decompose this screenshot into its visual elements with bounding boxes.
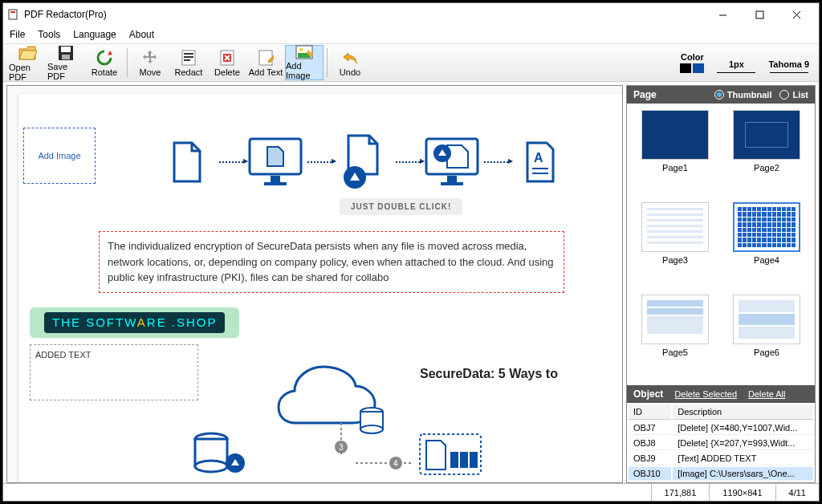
page-thumbnail[interactable]: Page5 xyxy=(633,295,717,379)
color-swatch-black[interactable] xyxy=(680,63,691,73)
object-desc: [Text] ADDED TEXT xyxy=(673,452,813,465)
menu-tools[interactable]: Tools xyxy=(38,29,60,40)
object-row[interactable]: OBJ9[Text] ADDED TEXT xyxy=(629,452,813,465)
svg-rect-10 xyxy=(184,53,193,55)
delete-all-link[interactable]: Delete All xyxy=(748,389,785,399)
object-row[interactable]: OBJ10[Image] C:\Users\sars_\One... xyxy=(629,467,813,481)
redact-icon xyxy=(179,48,198,67)
window-title: PDF Redactor(Pro) xyxy=(24,9,705,20)
window-buttons xyxy=(705,4,814,25)
thumbnail-label: Page2 xyxy=(754,163,779,173)
thumbnail-preview xyxy=(641,202,709,252)
color-swatch-blue[interactable] xyxy=(693,63,704,73)
font-picker[interactable]: Tahoma 9 xyxy=(768,59,809,73)
object-desc: [Image] C:\Users\sars_\One... xyxy=(673,467,813,481)
object-row[interactable]: OBJ7[Delete] {X=480,Y=1007,Wid... xyxy=(629,421,813,435)
thumbnail-preview xyxy=(733,110,800,160)
arrow-icon xyxy=(484,161,508,163)
close-button[interactable] xyxy=(779,4,814,25)
menu-language[interactable]: Language xyxy=(73,29,116,40)
color-picker[interactable]: Color xyxy=(680,52,704,73)
save-icon xyxy=(56,44,75,62)
doubleclick-caption: JUST DOUBLE CLICK! xyxy=(340,198,462,215)
font-underline xyxy=(770,72,808,73)
page-content: Add Image A JUST DOUBLE CLICK! The indiv… xyxy=(18,94,623,483)
svg-rect-3 xyxy=(756,11,763,18)
monitor-badge-icon xyxy=(423,134,481,190)
object-table: ID Description OBJ7[Delete] {X=480,Y=100… xyxy=(627,403,815,482)
save-pdf-button[interactable]: Save PDF xyxy=(47,45,85,80)
svg-rect-27 xyxy=(441,182,463,185)
svg-rect-26 xyxy=(447,176,457,182)
maximize-button[interactable] xyxy=(742,4,777,25)
col-desc[interactable]: Description xyxy=(673,404,813,420)
file-badge-icon xyxy=(335,134,393,190)
move-icon xyxy=(140,48,160,67)
redact-button[interactable]: Redact xyxy=(169,45,208,80)
object-row[interactable]: OBJ8[Delete] {X=207,Y=993,Widt... xyxy=(629,437,813,450)
window: PDF Redactor(Pro) File Tools Language Ab… xyxy=(2,2,820,502)
line-preview xyxy=(717,72,755,73)
thumbnail-label: Page3 xyxy=(662,255,688,265)
svg-point-34 xyxy=(360,425,383,433)
object-panel-header: Object Delete Selected Delete All xyxy=(627,385,815,403)
object-desc: [Delete] {X=207,Y=993,Widt... xyxy=(673,437,813,450)
add-image-icon xyxy=(295,45,314,61)
page-thumbnail[interactable]: Page2 xyxy=(725,110,808,194)
statusbar: 171,881 1190×841 4/11 xyxy=(3,483,819,501)
menu-about[interactable]: About xyxy=(129,29,154,40)
logo-image-object[interactable]: THE SOFTWARE .SHOP xyxy=(30,307,239,338)
undo-button[interactable]: Undo xyxy=(331,45,369,80)
delete-icon xyxy=(218,48,237,67)
status-coordinates: 171,881 xyxy=(651,484,710,501)
page-thumbnail[interactable]: Page3 xyxy=(633,202,717,287)
add-image-button[interactable]: Add Image xyxy=(285,45,324,80)
add-text-button[interactable]: Add Text xyxy=(246,45,285,80)
open-pdf-button[interactable]: Open PDF xyxy=(8,45,47,80)
page-thumbnail[interactable]: Page4 xyxy=(725,202,808,287)
svg-rect-47 xyxy=(460,452,468,468)
undo-icon xyxy=(340,48,360,67)
thumbnail-label: Page4 xyxy=(754,255,779,265)
paragraph-selection[interactable]: The individualized encryption of SecureD… xyxy=(99,231,564,293)
thumbnail-preview xyxy=(733,295,800,344)
svg-rect-22 xyxy=(271,176,280,182)
svg-rect-7 xyxy=(61,47,71,52)
svg-text:4: 4 xyxy=(393,459,398,468)
folder-open-icon xyxy=(18,43,37,63)
col-id[interactable]: ID xyxy=(629,404,671,420)
page-panel-header: Page Thumbnail List xyxy=(627,86,815,104)
page-thumbnail[interactable]: Page1 xyxy=(633,110,717,194)
svg-rect-8 xyxy=(62,55,70,59)
svg-rect-11 xyxy=(184,56,193,58)
list-view-option[interactable]: List xyxy=(779,90,808,100)
object-id: OBJ9 xyxy=(629,452,671,465)
move-button[interactable]: Move xyxy=(131,45,169,80)
delete-selected-link[interactable]: Delete Selected xyxy=(674,389,737,399)
status-dimensions: 1190×841 xyxy=(709,484,775,501)
svg-point-37 xyxy=(195,461,227,472)
radio-off-icon xyxy=(779,90,789,100)
rotate-icon xyxy=(95,48,114,67)
menubar: File Tools Language About xyxy=(3,26,819,43)
page-thumbnail[interactable]: Page6 xyxy=(725,295,808,379)
add-image-placeholder[interactable]: Add Image xyxy=(23,128,96,184)
monitor-icon xyxy=(246,134,304,190)
diagram-graphic: 3 4 xyxy=(163,351,484,479)
canvas[interactable]: Add Image A JUST DOUBLE CLICK! The indiv… xyxy=(6,85,623,483)
rotate-button[interactable]: Rotate xyxy=(85,45,124,80)
minimize-button[interactable] xyxy=(705,4,740,25)
content-row: Add Image A JUST DOUBLE CLICK! The indiv… xyxy=(3,82,819,483)
side-panel: Page Thumbnail List Page1Page2Page3Page4… xyxy=(626,85,816,483)
thumbnail-label: Page1 xyxy=(662,163,688,173)
thumbnail-preview xyxy=(641,110,709,160)
menu-file[interactable]: File xyxy=(10,29,25,40)
separator xyxy=(127,48,128,77)
thumbnail-view-option[interactable]: Thumbnail xyxy=(714,90,772,100)
thumbnail-preview xyxy=(641,295,709,344)
delete-button[interactable]: Delete xyxy=(208,45,246,80)
object-id: OBJ10 xyxy=(629,467,671,481)
line-width-picker[interactable]: 1px xyxy=(717,59,755,73)
arrow-icon xyxy=(307,161,332,163)
svg-rect-0 xyxy=(9,10,17,19)
